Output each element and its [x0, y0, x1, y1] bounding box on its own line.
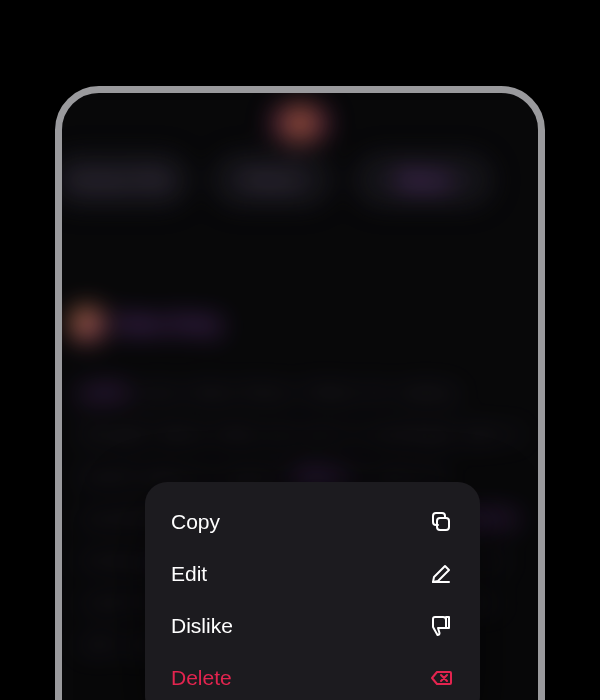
device-frame: Scene File Reset Share Dara Grey petite …	[55, 86, 545, 700]
context-menu: Copy Edit Dislike Delete	[145, 482, 480, 700]
menu-label: Delete	[171, 666, 232, 690]
menu-item-edit[interactable]: Edit	[145, 548, 480, 600]
menu-item-dislike[interactable]: Dislike	[145, 600, 480, 652]
menu-item-delete[interactable]: Delete	[145, 652, 480, 700]
svg-rect-0	[437, 518, 449, 530]
menu-label: Dislike	[171, 614, 233, 638]
edit-icon	[428, 561, 454, 587]
thumbs-down-icon	[428, 613, 454, 639]
menu-label: Copy	[171, 510, 220, 534]
menu-label: Edit	[171, 562, 207, 586]
copy-icon	[428, 509, 454, 535]
menu-item-copy[interactable]: Copy	[145, 496, 480, 548]
delete-icon	[428, 665, 454, 691]
